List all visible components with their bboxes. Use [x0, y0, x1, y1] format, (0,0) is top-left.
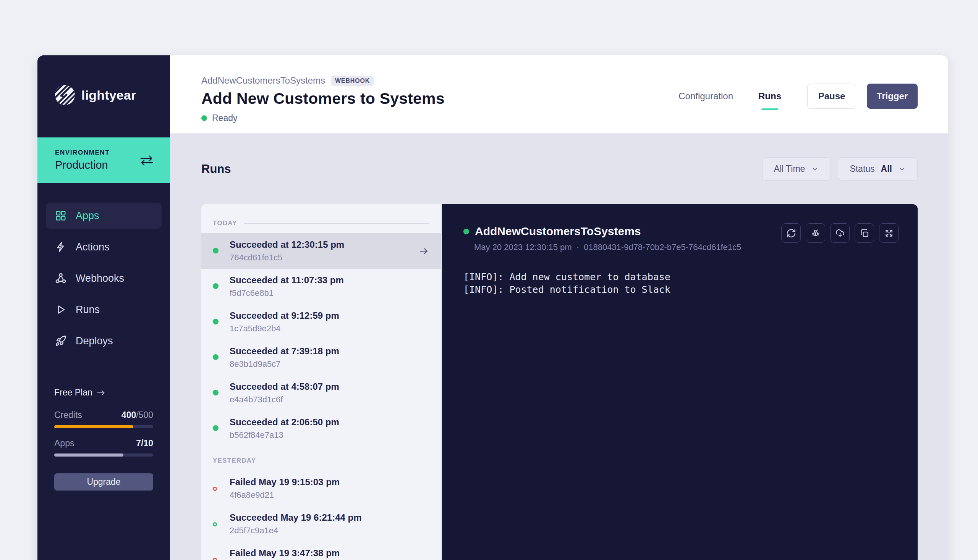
- sidebar-item-deploys[interactable]: Deploys: [46, 328, 162, 354]
- success-dot-icon: [213, 390, 219, 395]
- run-id: 1c7a5d9e2b4: [230, 324, 339, 333]
- run-id: 764cd61fe1c5: [230, 253, 344, 263]
- sidebar: lightyear ENVIRONMENT Production AppsAct…: [37, 55, 170, 560]
- webhook-icon: [55, 273, 67, 284]
- run-list-item[interactable]: Succeeded at 12:30:15 pm764cd61fe1c5: [201, 233, 441, 269]
- run-title: Succeeded at 7:39:18 pm: [230, 346, 339, 357]
- run-group-label: TODAY: [213, 220, 237, 227]
- divider: [244, 223, 430, 224]
- run-timestamp: May 20 2023 12:30:15 pm: [474, 242, 572, 252]
- run-title: Succeeded at 4:58:07 pm: [230, 382, 339, 392]
- credits-progress-bar: [54, 425, 153, 428]
- run-status-dot: [463, 229, 469, 234]
- lightyear-logo-icon: [55, 85, 75, 105]
- trigger-button[interactable]: Trigger: [867, 83, 918, 109]
- plan-section: Free Plan Credits 400/500 Apps 7/10: [37, 387, 170, 506]
- run-group-header: YESTERDAY: [201, 446, 441, 471]
- tab-configuration[interactable]: Configuration: [679, 91, 733, 102]
- main-area: AddNewCustomersToSystems WEBHOOK Add New…: [170, 55, 948, 560]
- swap-arrows-icon: [139, 155, 154, 166]
- environment-switcher[interactable]: ENVIRONMENT Production: [37, 137, 170, 183]
- sidebar-item-actions[interactable]: Actions: [46, 234, 162, 260]
- copy-button[interactable]: [854, 223, 874, 243]
- free-plan-link[interactable]: Free Plan: [54, 387, 153, 398]
- breadcrumb[interactable]: AddNewCustomersToSystems: [201, 75, 325, 86]
- apps-label: Apps: [54, 438, 74, 448]
- sidebar-item-label: Webhooks: [76, 273, 124, 284]
- expand-icon: [884, 228, 894, 238]
- chevron-down-icon: [811, 165, 819, 173]
- pause-button[interactable]: Pause: [807, 83, 856, 109]
- run-group-header: TODAY: [201, 209, 441, 233]
- environment-label: ENVIRONMENT: [55, 149, 110, 157]
- apps-value: 7/10: [136, 438, 153, 448]
- environment-value: Production: [55, 159, 110, 172]
- tab-runs[interactable]: Runs: [758, 91, 781, 102]
- credits-total: /500: [136, 410, 153, 420]
- status-filter-dropdown[interactable]: Status All: [838, 157, 918, 180]
- apps-grid-icon: [55, 210, 67, 222]
- success-dot-icon: [213, 522, 217, 527]
- sidebar-item-label: Apps: [76, 210, 99, 222]
- run-title: Failed May 19 9:15:03 pm: [230, 477, 339, 487]
- success-dot-icon: [213, 283, 219, 289]
- time-filter-dropdown[interactable]: All Time: [762, 157, 831, 180]
- run-list-item[interactable]: Failed May 19 9:15:03 pm4f6a8e9d21: [201, 471, 441, 506]
- arrow-right-icon: [97, 389, 105, 396]
- status-text: Ready: [212, 113, 237, 123]
- run-list-item[interactable]: Succeeded at 9:12:59 pm1c7a5d9e2b4: [201, 304, 441, 340]
- run-list-item[interactable]: Succeeded at 7:39:18 pm8e3b1d9a5c7: [201, 340, 441, 375]
- status-filter-label: Status: [849, 164, 874, 174]
- page-title: Add New Customers to Systems: [201, 90, 445, 108]
- status-dot: [201, 115, 207, 121]
- success-dot-icon: [213, 425, 219, 431]
- credits-label: Credits: [54, 410, 82, 420]
- run-uuid: 01880431-9d78-70b2-b7e5-764cd61fe1c5: [584, 242, 741, 252]
- success-dot-icon: [213, 248, 219, 253]
- run-group-label: YESTERDAY: [213, 457, 256, 465]
- status-filter-value: All: [881, 164, 892, 174]
- sidebar-item-runs[interactable]: Runs: [46, 297, 162, 323]
- run-list-item[interactable]: Succeeded at 2:06:50 pmb562f84e7a13: [201, 411, 441, 446]
- sidebar-item-apps[interactable]: Apps: [46, 203, 162, 229]
- run-list-item[interactable]: Failed May 19 3:47:38 pm3a9e7b2f8d4c: [201, 542, 441, 560]
- time-filter-value: All Time: [774, 164, 805, 174]
- run-list-item[interactable]: Succeeded May 19 6:21:44 pm2d5f7c9a1e4: [201, 506, 441, 542]
- success-dot-icon: [213, 354, 219, 360]
- sidebar-item-label: Runs: [76, 304, 100, 316]
- sidebar-nav: AppsActionsWebhooksRunsDeploys: [37, 203, 170, 359]
- chevron-down-icon: [898, 165, 906, 173]
- page-header: AddNewCustomersToSystems WEBHOOK Add New…: [170, 55, 948, 133]
- sidebar-item-webhooks[interactable]: Webhooks: [46, 265, 162, 291]
- debug-button[interactable]: [806, 223, 825, 243]
- sidebar-item-label: Deploys: [76, 335, 113, 347]
- failed-dot-icon: [213, 487, 217, 491]
- runs-list-panel: TODAYSucceeded at 12:30:15 pm764cd61fe1c…: [201, 204, 441, 560]
- run-id: f5d7c6e8b1: [230, 288, 344, 298]
- brand: lightyear: [37, 55, 170, 105]
- header-tabs: Configuration Runs: [679, 91, 781, 102]
- bug-icon: [811, 228, 821, 238]
- run-list-item[interactable]: Succeeded at 11:07:33 pmf5d7c6e8b1: [201, 269, 441, 304]
- run-id: 8e3b1d9a5c7: [230, 359, 339, 369]
- rocket-icon: [55, 335, 67, 347]
- failed-dot-icon: [213, 558, 217, 560]
- run-title: Succeeded at 12:30:15 pm: [230, 239, 344, 250]
- credits-used: 400: [122, 410, 136, 420]
- copy-icon: [859, 228, 869, 238]
- download-logs-button[interactable]: [830, 223, 849, 243]
- webhook-badge: WEBHOOK: [331, 76, 374, 86]
- fullscreen-button[interactable]: [879, 223, 899, 243]
- run-list-item[interactable]: Succeeded at 4:58:07 pme4a4b73d1c6f: [201, 375, 441, 411]
- run-detail-panel: AddNewCustomersToSystems May 20 2023 12:…: [442, 204, 918, 560]
- upgrade-button[interactable]: Upgrade: [54, 473, 153, 490]
- run-id: 2d5f7c9a1e4: [230, 526, 362, 535]
- content-area: Runs All Time Status All: [170, 133, 948, 560]
- rerun-button[interactable]: [781, 223, 801, 243]
- separator-dot: ·: [577, 242, 579, 252]
- log-line: [INFO]: Add new customer to database: [463, 271, 899, 283]
- run-title: Succeeded at 9:12:59 pm: [230, 310, 339, 321]
- cloud-download-icon: [835, 228, 845, 238]
- runs-heading: Runs: [201, 162, 231, 176]
- log-line: [INFO]: Posted notification to Slack: [463, 283, 899, 296]
